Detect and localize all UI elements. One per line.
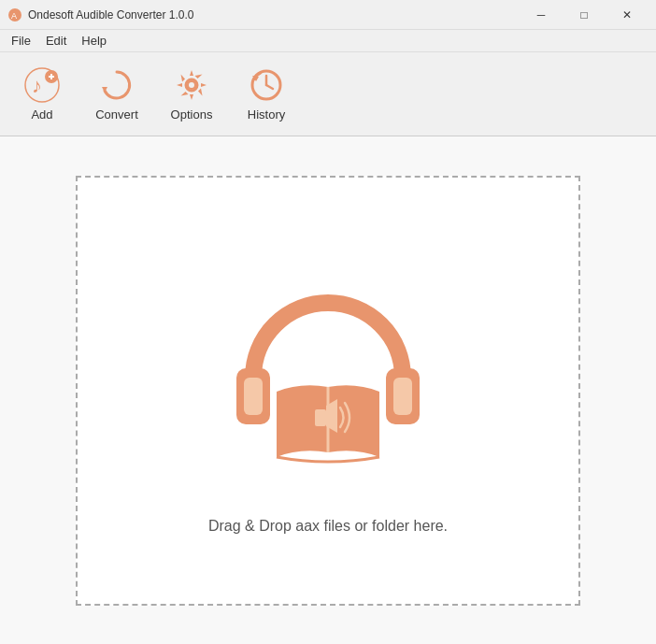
close-button[interactable]: ✕ [606, 0, 649, 30]
title-bar-left: A Ondesoft Audible Converter 1.0.0 [7, 7, 193, 22]
svg-point-10 [189, 82, 194, 88]
toolbar: ♪ Add Convert [0, 52, 656, 136]
svg-rect-16 [244, 378, 263, 415]
svg-rect-20 [315, 409, 326, 426]
svg-rect-18 [393, 378, 412, 415]
app-icon: A [7, 7, 22, 22]
drop-zone-illustration [207, 247, 449, 490]
menu-file[interactable]: File [4, 32, 38, 50]
history-label: History [248, 107, 285, 122]
add-label: Add [31, 107, 52, 122]
menu-edit[interactable]: Edit [38, 32, 74, 50]
convert-button[interactable]: Convert [84, 59, 150, 129]
minimize-button[interactable]: ─ [520, 0, 563, 30]
add-button[interactable]: ♪ Add [9, 59, 75, 129]
svg-text:A: A [11, 11, 17, 21]
title-bar: A Ondesoft Audible Converter 1.0.0 ─ □ ✕ [0, 0, 656, 30]
history-button[interactable]: History [234, 59, 299, 129]
options-icon [173, 66, 210, 104]
add-icon: ♪ [23, 66, 61, 104]
menu-help[interactable]: Help [74, 32, 114, 50]
history-icon [248, 66, 285, 104]
drop-zone[interactable]: Drag & Drop aax files or folder here. [76, 176, 580, 606]
svg-text:♪: ♪ [32, 74, 42, 97]
menu-bar: File Edit Help [0, 30, 656, 52]
options-label: Options [171, 107, 213, 122]
svg-line-13 [266, 85, 273, 89]
maximize-button[interactable]: □ [563, 0, 606, 30]
options-button[interactable]: Options [159, 59, 224, 129]
window-title: Ondesoft Audible Converter 1.0.0 [28, 8, 193, 21]
convert-label: Convert [95, 107, 138, 122]
convert-icon [98, 66, 135, 104]
drop-zone-text: Drag & Drop aax files or folder here. [208, 518, 448, 535]
main-content: Drag & Drop aax files or folder here. [0, 136, 656, 644]
window-controls: ─ □ ✕ [520, 0, 649, 30]
